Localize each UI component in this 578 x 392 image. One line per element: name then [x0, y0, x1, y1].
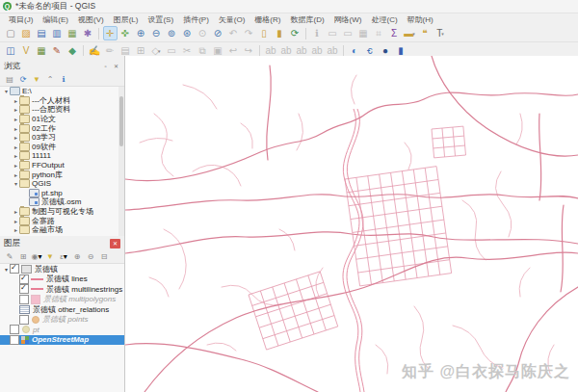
measure[interactable]: ▬▾: [403, 26, 417, 40]
menu-item[interactable]: 视图(V): [73, 14, 109, 25]
zoom-to-selection[interactable]: ⊙: [196, 26, 210, 40]
browser-item[interactable]: ▸ python库: [0, 170, 118, 179]
text-annotation[interactable]: T▾: [434, 26, 448, 40]
browser-item[interactable]: ▾ QGIS: [0, 179, 118, 189]
field-calculator[interactable]: ⌗: [372, 26, 386, 40]
zoom-out[interactable]: ⊖: [149, 26, 164, 40]
new-bookmark[interactable]: ▯: [257, 26, 272, 40]
layer-item[interactable]: 景德镇 points: [0, 315, 124, 326]
expander-icon[interactable]: ▸: [13, 116, 19, 122]
layer-checkbox[interactable]: [19, 284, 29, 294]
zoom-full[interactable]: ⊛: [180, 26, 195, 40]
layer-checkbox[interactable]: [10, 325, 19, 334]
menu-item[interactable]: 插件(P): [178, 14, 214, 25]
scrollbar-thumb[interactable]: [119, 96, 123, 146]
zoom-last[interactable]: ↶: [226, 26, 241, 40]
expander-icon[interactable]: ▾: [3, 88, 10, 94]
layer-item[interactable]: 景德镇 lines: [0, 274, 124, 285]
open-project[interactable]: ▨: [19, 26, 34, 40]
browser-scrollbar[interactable]: [118, 87, 124, 236]
menu-item[interactable]: 图层(L): [109, 14, 144, 25]
browser-item[interactable]: ▸ 11111: [0, 151, 118, 161]
collapse-all-layers[interactable]: ⊖: [85, 251, 96, 263]
layer-item[interactable]: 景德镇 multilinestrings: [0, 284, 124, 295]
browser-item[interactable]: ▸ 01论文: [0, 115, 118, 124]
expander-icon[interactable]: ▸: [13, 208, 19, 215]
zoom-in[interactable]: ⊕: [134, 26, 148, 40]
menu-item[interactable]: 帮助(H): [403, 14, 438, 25]
layer-checkbox[interactable]: [10, 335, 19, 345]
layer-item[interactable]: 景德镇 other_relations: [0, 304, 124, 315]
manage-map-themes[interactable]: ◉▾: [31, 251, 42, 263]
save-project-as[interactable]: ▥: [50, 26, 65, 40]
statistical-summary[interactable]: Σ: [387, 26, 402, 40]
collapse-all[interactable]: ⌃: [44, 74, 56, 86]
menu-item[interactable]: 处理(C): [366, 14, 402, 25]
close-layers-panel-icon[interactable]: ✕: [110, 239, 120, 248]
browser-item[interactable]: ▸ 09软件: [0, 143, 118, 152]
browser-item[interactable]: ▸ 制图与可视化专场: [0, 207, 118, 217]
filter-by-expression[interactable]: ε▾: [58, 251, 69, 263]
remove-layer[interactable]: ⊟: [98, 251, 110, 263]
browser-item[interactable]: ▸ 金融市场: [0, 225, 118, 235]
expander-icon[interactable]: ▾: [13, 180, 19, 187]
expander-icon[interactable]: ▸: [13, 97, 19, 104]
browser-item[interactable]: ▸ 03学习: [0, 133, 118, 143]
layer-item[interactable]: OpenStreetMap: [0, 335, 124, 346]
menu-item[interactable]: 栅格(R): [250, 14, 285, 25]
add-selected-layers[interactable]: ▤: [4, 74, 15, 86]
layer-checkbox[interactable]: [19, 315, 29, 325]
map-tips[interactable]: ❝: [418, 26, 433, 40]
refresh-map[interactable]: ⟳: [288, 26, 302, 40]
identify-features[interactable]: ℹ: [310, 26, 325, 40]
show-bookmarks[interactable]: ▮: [273, 26, 287, 40]
layer-item[interactable]: pt: [0, 325, 124, 335]
save-project[interactable]: ▤: [35, 26, 49, 40]
expander-icon[interactable]: ▸: [13, 162, 19, 169]
select-features[interactable]: ▭: [326, 26, 340, 40]
browser-item[interactable]: ▸ ---合肥资料: [0, 105, 118, 115]
menu-item[interactable]: 编辑(E): [38, 14, 73, 25]
open-layer-styling[interactable]: ✎: [4, 251, 15, 263]
map-canvas[interactable]: 知乎 @白衣探马陈庆之: [125, 56, 578, 392]
layer-checkbox[interactable]: [19, 274, 29, 284]
new-project[interactable]: ▢: [4, 26, 18, 40]
menu-item[interactable]: 网络(W): [329, 14, 367, 25]
menu-item[interactable]: 项目(J): [4, 14, 38, 25]
pan-to-selection[interactable]: ✜: [118, 26, 133, 40]
deselect-features[interactable]: ▭: [341, 26, 355, 40]
expander-icon[interactable]: ▸: [13, 171, 19, 178]
zoom-native[interactable]: ⊚: [165, 26, 179, 40]
filter-legend[interactable]: ▼: [44, 251, 56, 263]
menu-item[interactable]: 数据库(D): [285, 14, 328, 25]
float-panel-icon[interactable]: ▫: [101, 63, 110, 71]
expander-icon[interactable]: ▾: [3, 266, 10, 273]
layer-checkbox[interactable]: [10, 264, 19, 274]
filter-browser[interactable]: ▼: [31, 74, 42, 86]
expander-icon[interactable]: ▸: [13, 152, 19, 159]
new-print-layout[interactable]: ▦: [66, 26, 80, 40]
menu-item[interactable]: 矢量(O): [214, 14, 250, 25]
browser-item[interactable]: ▸ 02工作: [0, 123, 118, 133]
menu-item[interactable]: 设置(S): [143, 14, 178, 25]
close-panel-icon[interactable]: ✕: [112, 63, 120, 71]
pan-map[interactable]: ✛: [103, 26, 118, 40]
expander-icon[interactable]: ▸: [13, 134, 19, 141]
layer-checkbox[interactable]: [19, 295, 29, 304]
zoom-next[interactable]: ↷: [242, 26, 256, 40]
layer-item[interactable]: ▾ 景德镇: [0, 264, 124, 274]
expander-icon[interactable]: ▸: [13, 218, 19, 224]
expander-icon[interactable]: ▸: [13, 226, 19, 233]
expander-icon[interactable]: ▸: [13, 106, 19, 113]
expand-all[interactable]: ⊕: [71, 251, 83, 263]
open-attribute-table[interactable]: ▦: [356, 26, 371, 40]
polygon-symbol: [31, 295, 40, 304]
refresh-browser[interactable]: ⟳: [17, 74, 29, 86]
layer-item[interactable]: 景德镇 multipolygons: [0, 295, 124, 305]
expander-icon[interactable]: ▸: [13, 125, 19, 132]
properties-widget[interactable]: ℹ: [58, 74, 69, 86]
zoom-to-layer[interactable]: ⊘: [211, 26, 225, 40]
expander-icon[interactable]: ▸: [13, 144, 19, 150]
add-group[interactable]: ⊞: [17, 251, 29, 263]
style-manager[interactable]: ✱: [81, 26, 95, 40]
